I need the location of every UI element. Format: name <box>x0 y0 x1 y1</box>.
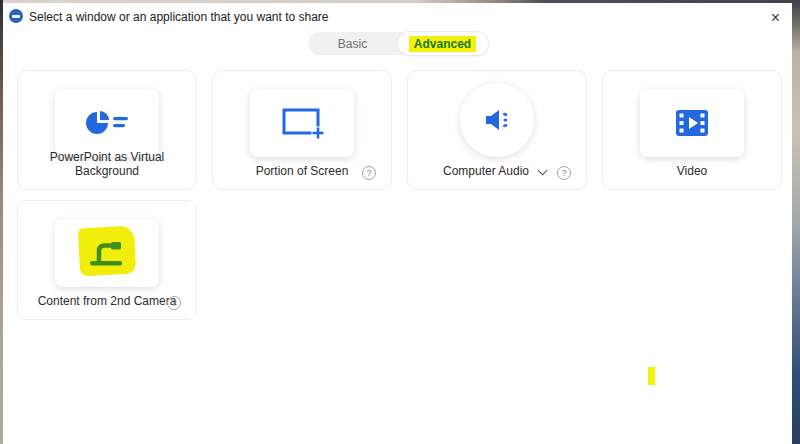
card-powerpoint-virtual-background[interactable]: PowerPoint as Virtual Background <box>17 70 197 190</box>
icon-tile <box>460 83 534 157</box>
close-icon[interactable]: × <box>771 10 780 26</box>
card-content-from-2nd-camera[interactable]: Content from 2nd Camera ? <box>17 200 197 320</box>
help-icon[interactable]: ? <box>362 166 376 180</box>
card-computer-audio[interactable]: Computer Audio ? <box>407 70 587 190</box>
share-mode-tabs: Basic Advanced <box>308 32 488 55</box>
zoom-app-icon <box>9 9 23 23</box>
icon-tile <box>640 89 744 157</box>
film-icon <box>672 107 712 139</box>
card-video[interactable]: Video <box>602 70 782 190</box>
chevron-down-icon[interactable] <box>539 167 547 175</box>
tab-basic-label: Basic <box>338 37 367 51</box>
dialog-title: Select a window or an application that y… <box>29 10 329 24</box>
yellow-cursor-annotation <box>648 367 655 385</box>
document-camera-icon <box>85 237 129 269</box>
card-label: PowerPoint as Virtual Background <box>18 150 196 178</box>
powerpoint-pie-icon <box>83 107 131 139</box>
share-dialog: Select a window or an application that y… <box>3 3 792 444</box>
desktop-sliver-right <box>792 0 800 444</box>
tab-basic[interactable]: Basic <box>308 32 398 55</box>
help-icon[interactable]: ? <box>167 296 181 310</box>
icon-tile <box>55 219 159 287</box>
card-label: Video <box>603 164 781 178</box>
card-portion-of-screen[interactable]: Portion of Screen ? <box>212 70 392 190</box>
tab-advanced-label: Advanced <box>409 36 476 52</box>
icon-tile <box>250 89 354 157</box>
speaker-icon <box>482 105 512 135</box>
dialog-titlebar: Select a window or an application that y… <box>3 3 792 33</box>
help-icon[interactable]: ? <box>557 166 571 180</box>
tab-advanced[interactable]: Advanced <box>398 32 488 55</box>
portion-of-screen-icon <box>279 105 325 141</box>
share-options-grid: PowerPoint as Virtual Background Portion… <box>17 70 782 320</box>
screen: Select a window or an application that y… <box>0 0 800 444</box>
icon-tile <box>55 89 159 157</box>
